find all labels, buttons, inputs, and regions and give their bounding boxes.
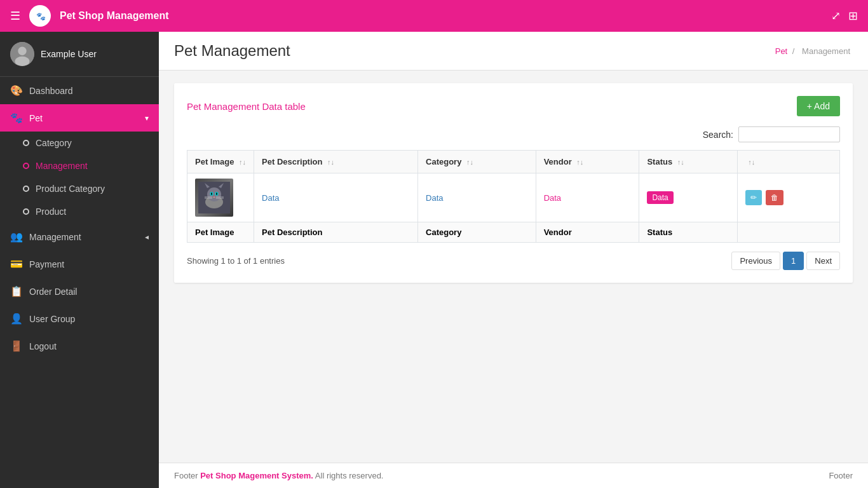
page-footer: Footer Pet Shop Magement System. All rig… xyxy=(159,463,868,488)
footer-brand-link[interactable]: Pet Shop Magement System. xyxy=(200,471,313,480)
svg-point-4 xyxy=(15,57,30,66)
breadcrumb-current: Management xyxy=(802,46,850,56)
table-header-row: Pet Image ↑↓ Pet Description ↑↓ Category… xyxy=(187,151,840,173)
vendor-link[interactable]: Data xyxy=(544,193,561,203)
col-actions: ↑↓ xyxy=(738,151,840,173)
sidebar-item-label: Management xyxy=(36,161,88,171)
grid-icon[interactable]: ⊞ xyxy=(848,9,858,23)
footer-left-text: Footer xyxy=(174,471,198,480)
card-header: Pet Management Data table + Add xyxy=(187,96,840,116)
footer-col-status: Status xyxy=(639,222,738,243)
sidebar-item-payment[interactable]: 💳 Payment xyxy=(0,250,159,278)
breadcrumb: Pet / Management xyxy=(775,46,853,56)
previous-button[interactable]: Previous xyxy=(731,252,780,270)
footer-col-image: Pet Image xyxy=(187,222,254,243)
breadcrumb-link[interactable]: Pet xyxy=(775,46,788,56)
description-link[interactable]: Data xyxy=(262,193,279,203)
col-vendor[interactable]: Vendor ↑↓ xyxy=(536,151,639,173)
col-label: Pet Description xyxy=(262,157,322,166)
top-navbar: ☰ 🐾 Pet Shop Management ⤢ ⊞ xyxy=(0,0,868,32)
cell-status: Data xyxy=(639,173,738,222)
main-content: Pet Management Pet / Management Pet Mana… xyxy=(159,32,868,488)
data-card: Pet Management Data table + Add Search: … xyxy=(174,83,853,283)
sort-icon: ↑↓ xyxy=(327,158,334,166)
page-header: Pet Management Pet / Management xyxy=(159,32,868,71)
cell-category: Data xyxy=(418,173,536,222)
col-pet-image[interactable]: Pet Image ↑↓ xyxy=(187,151,254,173)
col-status[interactable]: Status ↑↓ xyxy=(639,151,738,173)
showing-text: Showing 1 to 1 of 1 entries xyxy=(187,256,285,266)
sidebar-item-label: User Group xyxy=(29,314,149,324)
footer-left: Footer Pet Shop Magement System. All rig… xyxy=(174,471,383,480)
search-input[interactable] xyxy=(738,126,840,142)
footer-right: Footer xyxy=(829,471,853,480)
footer-col-description: Pet Description xyxy=(254,222,418,243)
sidebar-nav: 🎨 Dashboard 🐾 Pet ▾ Category Management xyxy=(0,77,159,488)
search-label: Search: xyxy=(703,130,733,140)
cell-vendor: Data xyxy=(536,173,639,222)
layout: Example User 🎨 Dashboard 🐾 Pet ▾ Categor… xyxy=(0,32,868,488)
pet-icon: 🐾 xyxy=(10,112,23,124)
sidebar-item-label: Order Detail xyxy=(29,287,149,297)
footer-rights: All rights reserved. xyxy=(315,471,384,480)
svg-point-12 xyxy=(211,193,212,195)
page-1-button[interactable]: 1 xyxy=(783,252,804,270)
app-title: Pet Shop Management xyxy=(60,10,169,22)
category-link[interactable]: Data xyxy=(426,193,443,203)
sidebar-item-product[interactable]: Product xyxy=(0,200,159,223)
dot-icon xyxy=(23,140,29,146)
table-footer-row: Pet Image Pet Description Category Vendo… xyxy=(187,222,840,243)
search-bar: Search: xyxy=(187,126,840,142)
topnav-right: ⤢ ⊞ xyxy=(831,9,858,23)
card-title: Pet Management Data table xyxy=(187,101,306,112)
sidebar-item-label: Category xyxy=(36,138,72,148)
cell-pet-image xyxy=(187,173,254,222)
fullscreen-icon[interactable]: ⤢ xyxy=(831,9,841,23)
sidebar-item-dashboard[interactable]: 🎨 Dashboard xyxy=(0,77,159,104)
sort-icon: ↑↓ xyxy=(677,158,684,166)
sidebar-item-pet[interactable]: 🐾 Pet ▾ xyxy=(0,104,159,132)
sidebar-item-logout[interactable]: 🚪 Logout xyxy=(0,332,159,360)
user-group-icon: 👤 xyxy=(10,313,23,325)
topnav-left: ☰ 🐾 Pet Shop Management xyxy=(10,5,169,27)
sort-icon: ↑↓ xyxy=(239,158,246,166)
dot-icon xyxy=(23,208,29,215)
edit-button[interactable]: ✏ xyxy=(745,190,762,205)
table-row: Data Data Data Data xyxy=(187,173,840,222)
dashboard-icon: 🎨 xyxy=(10,85,23,97)
table-footer: Showing 1 to 1 of 1 entries Previous 1 N… xyxy=(187,252,840,270)
svg-text:🐾: 🐾 xyxy=(36,11,46,21)
sidebar-item-label: Payment xyxy=(29,259,149,269)
delete-button[interactable]: 🗑 xyxy=(766,190,783,205)
sidebar-item-label: Pet xyxy=(29,113,139,123)
cell-actions: ✏ 🗑 xyxy=(738,173,840,222)
breadcrumb-separator: / xyxy=(792,46,795,56)
sidebar-item-management2[interactable]: 👥 Management ◂ xyxy=(0,223,159,250)
menu-toggle-icon[interactable]: ☰ xyxy=(10,9,20,23)
sidebar-item-user-group[interactable]: 👤 User Group xyxy=(0,305,159,332)
sidebar-item-label: Dashboard xyxy=(29,86,149,96)
col-pet-description[interactable]: Pet Description ↑↓ xyxy=(254,151,418,173)
footer-col-actions xyxy=(738,222,840,243)
footer-col-vendor: Vendor xyxy=(536,222,639,243)
order-icon: 📋 xyxy=(10,285,23,297)
sidebar-item-management[interactable]: Management xyxy=(0,154,159,177)
svg-point-3 xyxy=(18,47,26,55)
sidebar-item-order-detail[interactable]: 📋 Order Detail xyxy=(0,278,159,305)
sort-icon: ↑↓ xyxy=(466,158,473,166)
svg-point-13 xyxy=(216,193,217,195)
col-category[interactable]: Category ↑↓ xyxy=(418,151,536,173)
dot-icon xyxy=(23,186,29,192)
data-table: Pet Image ↑↓ Pet Description ↑↓ Category… xyxy=(187,150,840,243)
page-title: Pet Management xyxy=(174,42,290,60)
next-button[interactable]: Next xyxy=(806,252,840,270)
footer-right-text: Footer xyxy=(829,471,853,480)
sidebar-item-category[interactable]: Category xyxy=(0,132,159,154)
sidebar-item-label: Product Category xyxy=(36,184,105,194)
cell-pet-description: Data xyxy=(254,173,418,222)
add-button[interactable]: + Add xyxy=(797,96,840,116)
col-label: Pet Image xyxy=(195,157,234,166)
page-body: Pet Management Data table + Add Search: … xyxy=(159,71,868,463)
sidebar-item-product-category[interactable]: Product Category xyxy=(0,177,159,200)
col-label: Status xyxy=(647,157,672,166)
